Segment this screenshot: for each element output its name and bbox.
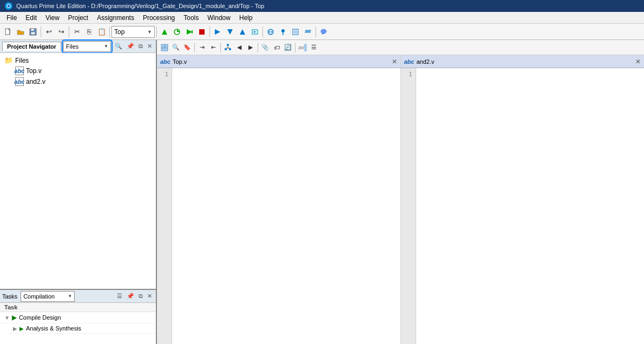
toolbar-new-btn[interactable]	[2, 26, 14, 38]
etb-block-btn[interactable]	[159, 42, 170, 53]
toolbar-rtl-btn[interactable]	[159, 26, 170, 38]
menu-help[interactable]: Help	[235, 13, 257, 23]
files-folder[interactable]: 📁 Files	[2, 55, 154, 65]
top-file-label: Top.v	[26, 67, 42, 75]
etb-next-btn[interactable]: ▶	[245, 42, 256, 53]
toolbar-undo-btn[interactable]: ↩	[43, 26, 55, 38]
toolbar-chat-btn[interactable]	[318, 26, 330, 38]
svg-rect-14	[199, 29, 205, 35]
svg-marker-15	[215, 29, 220, 35]
top-tab-close[interactable]: ✕	[392, 58, 397, 65]
menu-bar: File Edit View Project Assignments Proce…	[0, 12, 644, 24]
toolbar-pinplanner-btn[interactable]	[277, 26, 289, 38]
menu-window[interactable]: Window	[203, 13, 235, 23]
editor-toolbar: 🔍 🔖 ⇥ ⇤ ◀ ▶ 📎 🏷 🔄 267 ☰	[157, 40, 644, 55]
nav-float-icon[interactable]: ⧉	[137, 42, 144, 50]
menu-assignments[interactable]: Assignments	[93, 13, 139, 23]
etb-bookmark-btn[interactable]: 🔖	[182, 42, 193, 53]
top-file-icon: abc	[15, 67, 24, 75]
editor-tab-top[interactable]: abc Top.v ✕	[157, 55, 400, 68]
toolbar-compile-btn[interactable]	[212, 26, 224, 38]
navigator-icons: 🔍 📌 ⧉ ✕	[113, 42, 154, 50]
editor-pane-and2: abc and2.v ✕ 1	[401, 55, 645, 344]
main-toolbar: ↩ ↪ ✂ ⎘ 📋 Top	[0, 24, 644, 40]
analysis-play-icon[interactable]: ▶	[19, 326, 24, 332]
toolbar-open-btn[interactable]	[15, 26, 27, 38]
editor-tab-and2[interactable]: abc and2.v ✕	[401, 55, 645, 68]
toolbar-save-btn[interactable]	[27, 26, 39, 38]
etb-sep2	[220, 43, 221, 52]
toolbar-fitter-btn[interactable]	[224, 26, 236, 38]
menu-file[interactable]: File	[2, 13, 21, 23]
compile-play-icon[interactable]: ▶	[12, 314, 17, 321]
etb-hier-btn[interactable]	[222, 42, 233, 53]
editor-pane-top: abc Top.v ✕ 1	[157, 55, 401, 344]
nav-close-icon[interactable]: ✕	[146, 42, 154, 50]
etb-linenum-btn[interactable]: 267	[297, 42, 308, 53]
and2-code-area[interactable]	[416, 68, 645, 344]
tasks-float-icon[interactable]: ⧉	[137, 292, 144, 300]
toolbar-globe-btn[interactable]	[265, 26, 277, 38]
etb-indent-btn[interactable]: ⇥	[196, 42, 207, 53]
menu-project[interactable]: Project	[64, 13, 93, 23]
toolbar-cut-btn[interactable]: ✂	[71, 26, 83, 38]
toolbar-sep6	[262, 27, 263, 37]
task-analysis-synthesis[interactable]: ▶ ▶ Analysis & Synthesis	[9, 323, 156, 334]
etb-tag-btn[interactable]: 🏷	[271, 42, 282, 53]
tree-item-top[interactable]: abc Top.v	[2, 65, 154, 76]
compilation-dropdown[interactable]: Compilation	[21, 291, 75, 302]
svg-rect-29	[161, 44, 165, 48]
task-compile-design[interactable]: ▼ ▶ Compile Design	[0, 312, 156, 323]
toolbar-sep2	[69, 27, 69, 37]
tasks-pin-icon[interactable]: 📌	[125, 292, 136, 300]
menu-processing[interactable]: Processing	[139, 13, 179, 23]
and2-editor-content: 1	[401, 68, 645, 344]
tasks-close-icon[interactable]: ✕	[146, 292, 154, 300]
and2-tab-close[interactable]: ✕	[635, 58, 641, 65]
tasks-list-icon[interactable]: ☰	[115, 292, 124, 300]
navigator-tab[interactable]: Project Navigator	[2, 42, 61, 51]
task-column-header: Task	[0, 303, 156, 312]
etb-attach-btn[interactable]: 📎	[260, 42, 271, 53]
main-content: Project Navigator Files 🔍 📌 ⧉ ✕ 📁 Files	[0, 40, 644, 344]
svg-marker-19	[254, 31, 256, 33]
toolbar-stop-btn[interactable]	[196, 26, 208, 38]
toolbar-restart-btn[interactable]	[171, 26, 183, 38]
svg-marker-12	[187, 29, 192, 35]
svg-point-32	[227, 44, 229, 46]
toolbar-analyze-btn[interactable]	[183, 26, 195, 38]
toolbar-redo-btn[interactable]: ↪	[55, 26, 67, 38]
nav-search-icon[interactable]: 🔍	[113, 42, 124, 50]
menu-view[interactable]: View	[41, 13, 64, 23]
entity-dropdown[interactable]: Top	[111, 26, 155, 38]
tree-item-and2[interactable]: abc and2.v	[2, 76, 154, 87]
nav-tree: 📁 Files abc Top.v abc and2.v	[0, 53, 156, 289]
toolbar-waveform-btn[interactable]	[302, 26, 314, 38]
toolbar-sep3	[109, 27, 110, 37]
files-dropdown[interactable]: Files	[63, 41, 111, 52]
etb-prev-btn[interactable]: ◀	[234, 42, 245, 53]
svg-point-35	[225, 48, 227, 50]
svg-point-23	[281, 29, 285, 32]
tasks-body: Task ▼ ▶ Compile Design ▶ ▶ Analysis & S…	[0, 303, 156, 344]
tasks-panel: Tasks Compilation ☰ 📌 ⧉ ✕ Task ▼ ▶	[0, 290, 156, 344]
top-code-area[interactable]	[172, 68, 400, 344]
tasks-label: Tasks	[2, 293, 17, 300]
toolbar-copy-btn[interactable]: ⎘	[83, 26, 95, 38]
nav-pin-icon[interactable]: 📌	[125, 42, 136, 50]
compile-expand-icon: ▼	[4, 315, 10, 321]
toolbar-chipplanner-btn[interactable]	[290, 26, 301, 38]
menu-edit[interactable]: Edit	[21, 13, 41, 23]
toolbar-paste-btn[interactable]: 📋	[96, 26, 108, 38]
etb-findall-btn[interactable]: 🔍	[170, 42, 181, 53]
tasks-header: Tasks Compilation ☰ 📌 ⧉ ✕	[0, 290, 156, 303]
toolbar-program-btn[interactable]	[249, 26, 261, 38]
right-area: 🔍 🔖 ⇥ ⇤ ◀ ▶ 📎 🏷 🔄 267 ☰	[157, 40, 644, 344]
compile-design-label: Compile Design	[19, 314, 61, 321]
menu-tools[interactable]: Tools	[179, 13, 203, 23]
and2-tab-label: and2.v	[416, 58, 434, 65]
etb-refresh-btn[interactable]: 🔄	[282, 42, 293, 53]
toolbar-assembler-btn[interactable]	[236, 26, 248, 38]
etb-unindent-btn[interactable]: ⇤	[208, 42, 219, 53]
etb-listview-btn[interactable]: ☰	[308, 42, 319, 53]
